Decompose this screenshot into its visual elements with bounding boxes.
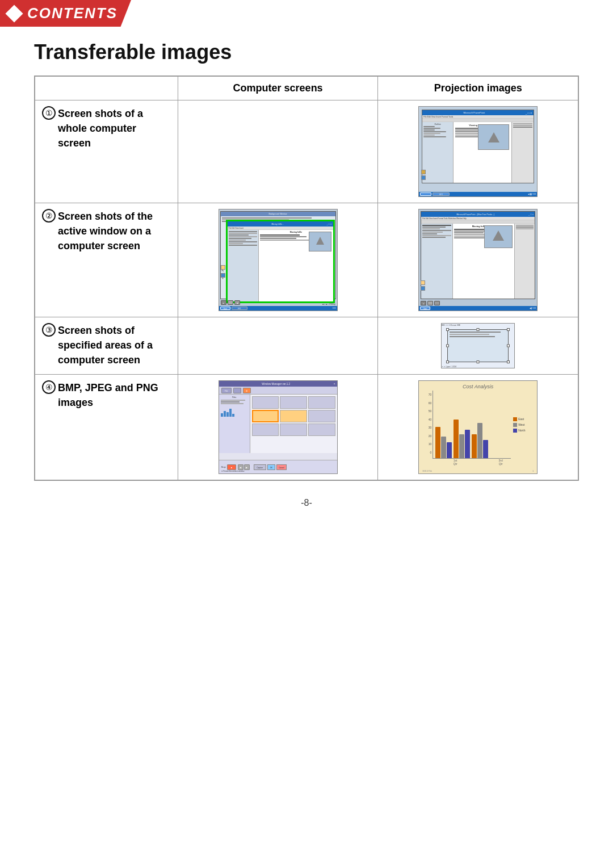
col-header-computer: Computer screens (178, 77, 378, 100)
table-row: ② Screen shots of the active window on a… (35, 203, 578, 317)
row4-label: ④ BMP, JPEG and PNG images (42, 380, 171, 410)
row3-num: ③ (42, 323, 56, 337)
row2-projection-thumb: Microsoft PowerPoint - [Blue Tree Produ.… (418, 209, 538, 311)
row2-num: ② (42, 209, 56, 223)
table-row: ③ Screen shots of specified areas of a c… (35, 317, 578, 375)
table-row: ④ BMP, JPEG and PNG images Window Manage… (35, 375, 578, 480)
row2-computer-thumb: Background Window (219, 209, 338, 311)
row1-label: ① Screen shots of a whole computer scree… (42, 106, 171, 150)
row4-projection-cell: Cost Analysis 70 60 50 40 30 20 10 (378, 375, 578, 480)
main-content-table-wrapper: Computer screens Projection images ① Scr… (34, 76, 579, 481)
row1-num: ① (42, 106, 56, 120)
row2-label: ② Screen shots of the active window on a… (42, 209, 171, 253)
row3-computer-cell (178, 317, 378, 375)
row3-projection-thumb: ⟵ □ □ Chrow ⟶ × × □pw □ 224 (441, 323, 515, 368)
cost-analysis-title: Cost Analysis (419, 381, 537, 391)
contents-diamond-icon (5, 5, 23, 22)
row4-num: ④ (42, 380, 56, 394)
row4-computer-cell: Window Manager ver.1.2 × File ⊕ Fi (178, 375, 378, 480)
contents-banner: CONTENTS (0, 0, 131, 27)
row1-projection-cell: Microsoft PowerPoint _ □ × File Edit Vie… (378, 100, 578, 203)
row3-label: ③ Screen shots of specified areas of a c… (42, 323, 171, 367)
page-number: -8- (0, 498, 613, 508)
table-row: ① Screen shots of a whole computer scree… (35, 100, 578, 203)
row4-label-cell: ④ BMP, JPEG and PNG images (35, 375, 178, 480)
row4-computer-thumb: Window Manager ver.1.2 × File ⊕ Fi (219, 380, 338, 474)
col-header-empty (35, 77, 178, 100)
row1-label-cell: ① Screen shots of a whole computer scree… (35, 100, 178, 203)
row4-projection-thumb: Cost Analysis 70 60 50 40 30 20 10 (418, 380, 538, 474)
row2-projection-cell: Microsoft PowerPoint - [Blue Tree Produ.… (378, 203, 578, 317)
row3-projection-cell: ⟵ □ □ Chrow ⟶ × × □pw □ 224 (378, 317, 578, 375)
col-header-projection: Projection images (378, 77, 578, 100)
row2-label-cell: ② Screen shots of the active window on a… (35, 203, 178, 317)
row1-computer-cell (178, 100, 378, 203)
row1-text: Screen shots of a whole computer screen (58, 106, 171, 150)
row3-text: Screen shots of specified areas of a com… (58, 323, 171, 367)
row2-computer-cell: Background Window (178, 203, 378, 317)
row4-text: BMP, JPEG and PNG images (58, 380, 171, 410)
page-title: Transferable images (34, 40, 579, 64)
content-table: Computer screens Projection images ① Scr… (35, 76, 578, 480)
row1-projection-thumb: Microsoft PowerPoint _ □ × File Edit Vie… (418, 106, 538, 197)
row3-label-cell: ③ Screen shots of specified areas of a c… (35, 317, 178, 375)
row2-text: Screen shots of the active window on a c… (58, 209, 171, 253)
contents-label: CONTENTS (27, 5, 117, 22)
